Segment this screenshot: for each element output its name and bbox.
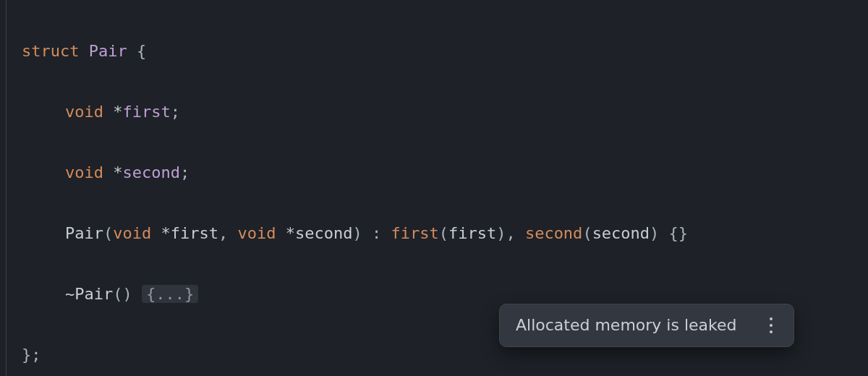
paren-open: (: [439, 224, 448, 242]
type-name: Pair: [89, 42, 127, 60]
member-second: second: [122, 163, 179, 181]
param-second: second: [295, 224, 352, 242]
member-first: first: [122, 103, 170, 121]
fold-region[interactable]: {...}: [142, 285, 198, 303]
semicolon: ;: [180, 163, 190, 181]
paren-close: ): [650, 224, 659, 242]
pointer-star: *: [113, 103, 122, 121]
ctor-body: {}: [669, 224, 689, 242]
paren-close: ): [352, 224, 362, 242]
code-line[interactable]: void *second;: [22, 158, 868, 188]
brace-open: {: [137, 42, 146, 60]
code-line[interactable]: void *first;: [22, 97, 868, 127]
arg-second: second: [592, 224, 650, 242]
keyword-void: void: [237, 224, 276, 242]
init-first: first: [391, 224, 438, 242]
code-line[interactable]: struct Pair {: [22, 36, 868, 67]
paren-close: ): [496, 224, 506, 242]
diagnostic-message: Allocated memory is leaked: [516, 317, 737, 333]
dtor-name: ~Pair: [65, 285, 113, 303]
colon: :: [372, 224, 381, 242]
semicolon: ;: [171, 103, 180, 121]
keyword-void: void: [65, 163, 103, 181]
keyword-void: void: [65, 103, 103, 121]
comma: ,: [218, 224, 228, 242]
init-second: second: [525, 224, 582, 242]
paren-open: (: [103, 224, 113, 242]
arg-first: first: [448, 224, 496, 242]
paren-open: (: [113, 285, 122, 303]
code-line[interactable]: Pair(void *first, void *second) : first(…: [22, 218, 868, 249]
more-actions-icon[interactable]: [765, 317, 778, 333]
keyword-struct: struct: [22, 42, 79, 60]
pointer-star: *: [286, 224, 295, 242]
ctor-name: Pair: [65, 224, 103, 242]
paren-close: ): [122, 285, 132, 303]
struct-close: };: [22, 346, 41, 364]
paren-open: (: [582, 224, 592, 242]
pointer-star: *: [113, 163, 122, 181]
pointer-star: *: [161, 224, 170, 242]
diagnostic-tooltip[interactable]: Allocated memory is leaked: [499, 304, 794, 347]
comma: ,: [506, 224, 515, 242]
keyword-void: void: [113, 224, 151, 242]
param-first: first: [171, 224, 218, 242]
